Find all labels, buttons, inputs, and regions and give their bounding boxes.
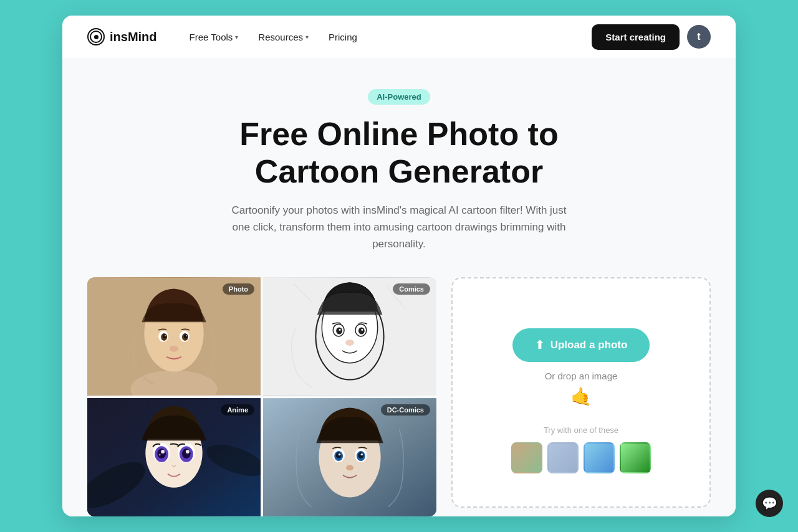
nav-links: Free Tools ▾ Resources ▾ Pricing <box>182 27 592 47</box>
try-text: Try with one of these <box>544 425 618 435</box>
nav-free-tools[interactable]: Free Tools ▾ <box>182 27 246 47</box>
svg-point-22 <box>345 340 354 346</box>
start-creating-button[interactable]: Start creating <box>592 24 680 50</box>
cursor-icon: 🤙 <box>570 386 592 407</box>
svg-point-9 <box>165 335 166 336</box>
svg-point-18 <box>336 328 342 335</box>
image-grid: Photo <box>87 277 436 516</box>
svg-point-10 <box>186 335 187 336</box>
svg-point-35 <box>182 449 191 458</box>
sample-thumb-1[interactable] <box>511 442 542 473</box>
upload-photo-button[interactable]: ⬆ Upload a photo <box>512 328 650 362</box>
nav-pricing-label: Pricing <box>329 32 357 42</box>
sample-thumb-3[interactable] <box>584 442 615 473</box>
sample-images <box>511 442 651 473</box>
logo-text: insMind <box>110 30 157 44</box>
grid-cell-comics: Comics <box>263 277 436 396</box>
chevron-down-icon: ▾ <box>305 34 309 40</box>
svg-point-34 <box>157 449 166 458</box>
bottom-section: Photo <box>87 277 711 516</box>
svg-point-38 <box>159 454 161 456</box>
sample-thumb-4[interactable] <box>620 442 651 473</box>
nav-pricing[interactable]: Pricing <box>321 27 365 47</box>
main-content: AI-Powered Free Online Photo to Cartoon … <box>62 59 736 516</box>
svg-point-36 <box>161 450 165 454</box>
drop-text: Or drop an image <box>545 371 618 381</box>
svg-point-46 <box>336 452 342 458</box>
grid-cell-anime: Anime <box>87 398 261 516</box>
upload-panel: ⬆ Upload a photo Or drop an image 🤙 Try … <box>451 277 711 508</box>
svg-point-7 <box>163 335 166 339</box>
upload-icon: ⬆ <box>535 338 544 352</box>
nav-resources-label: Resources <box>258 32 303 42</box>
nav-actions: Start creating t <box>592 24 711 50</box>
svg-point-20 <box>339 329 341 331</box>
browser-window: insMind Free Tools ▾ Resources ▾ Pricing… <box>62 16 736 516</box>
chevron-down-icon: ▾ <box>235 34 238 40</box>
svg-point-8 <box>184 335 188 339</box>
nav-free-tools-label: Free Tools <box>190 32 233 42</box>
hero-description: Cartoonify your photos with insMind's ma… <box>224 202 574 253</box>
svg-point-37 <box>186 450 190 454</box>
svg-point-19 <box>358 328 365 335</box>
svg-point-47 <box>358 452 363 458</box>
hero-title: Free Online Photo to Cartoon Generator <box>87 116 711 191</box>
logo[interactable]: insMind <box>87 28 157 45</box>
svg-point-48 <box>339 454 341 456</box>
grid-label-anime: Anime <box>221 404 254 416</box>
ai-badge: AI-Powered <box>368 89 430 105</box>
navbar: insMind Free Tools ▾ Resources ▾ Pricing… <box>62 16 736 59</box>
svg-point-49 <box>361 454 363 456</box>
grid-label-photo: Photo <box>223 283 254 295</box>
grid-cell-photo: Photo <box>87 277 261 396</box>
hero-section: AI-Powered Free Online Photo to Cartoon … <box>87 89 711 277</box>
logo-icon <box>87 28 105 45</box>
avatar[interactable]: t <box>687 25 711 49</box>
svg-point-21 <box>361 329 363 331</box>
grid-label-comics: Comics <box>393 283 430 295</box>
nav-resources[interactable]: Resources ▾ <box>251 27 316 47</box>
sample-thumb-2[interactable] <box>547 442 579 473</box>
grid-label-dccomics: DC-Comics <box>381 404 430 416</box>
svg-point-50 <box>346 465 353 470</box>
chat-bubble-button[interactable]: 💬 <box>756 490 783 517</box>
upload-btn-label: Upload a photo <box>550 339 628 351</box>
svg-point-11 <box>170 346 178 352</box>
chat-icon: 💬 <box>762 496 777 511</box>
grid-cell-dccomics: DC-Comics <box>263 398 436 516</box>
